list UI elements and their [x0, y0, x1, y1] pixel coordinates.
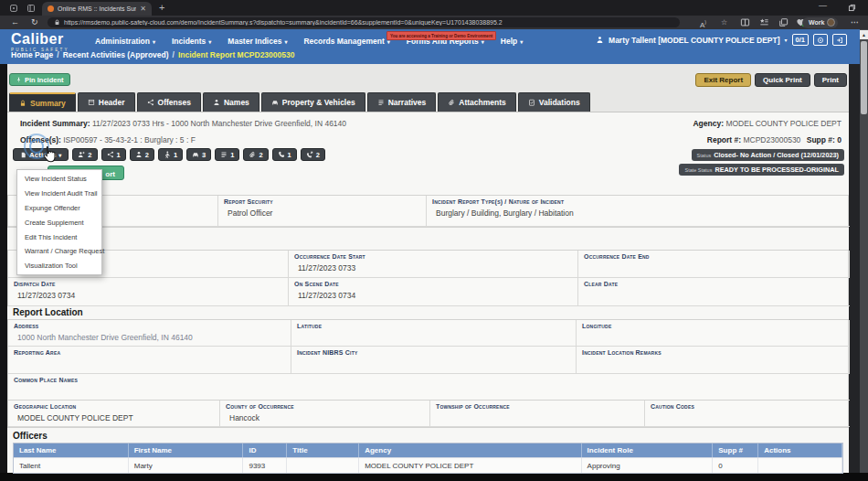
tab-actions-icon[interactable] — [26, 4, 36, 13]
profile-avatar — [827, 18, 835, 27]
back-icon[interactable]: ← — [11, 17, 19, 27]
breadcrumb-home[interactable]: Home Page — [11, 50, 53, 59]
nav-item-administration[interactable]: Administration▾ — [87, 34, 164, 48]
circle-button[interactable] — [813, 34, 828, 46]
geographic-fields: Geographic Location MODEL COUNTY POLICE … — [7, 400, 849, 428]
supp-number-label: Supp #: — [807, 135, 835, 144]
column-header-title[interactable]: Title — [287, 444, 359, 457]
window-restore-button[interactable] — [848, 4, 856, 12]
tab-close-icon[interactable]: ✕ — [140, 5, 146, 13]
video-bottom-bar — [0, 473, 868, 481]
workspaces-icon[interactable] — [9, 4, 18, 13]
location-fields: Address 1000 North Manchester Drive Gree… — [7, 319, 849, 401]
count-chip-vehicle[interactable]: 3 — [186, 148, 211, 161]
tab-header[interactable]: Header — [78, 92, 135, 112]
tab-names[interactable]: Names — [203, 92, 259, 112]
nav-item-records-management[interactable]: Records Management▾ — [295, 34, 397, 48]
quick-print-button[interactable]: Quick Print — [755, 73, 810, 87]
tab-property-vehicles[interactable]: Property & Vehicles — [261, 92, 365, 112]
column-header-last-name[interactable]: Last Name — [14, 444, 129, 457]
status-value: Closed- No Action / Closed (12/01/2023) — [714, 151, 839, 159]
browser-tab-title: Online RMS :: Incidents Summary — [58, 5, 136, 12]
tab-attachments[interactable]: Attachments — [438, 92, 515, 112]
breadcrumb-recent-activities[interactable]: Recent Activities (Approved) — [63, 50, 169, 59]
field-incident-nibrs-city: Incident NIBRS City — [291, 347, 577, 374]
tab-label: Property & Vehicles — [282, 98, 355, 107]
pin-incident-button[interactable]: Pin Incident — [9, 73, 70, 86]
count-chip-names[interactable]: 2 — [130, 148, 154, 161]
count-chip-attachment[interactable]: 2 — [243, 148, 268, 161]
column-header-incident-role[interactable]: Incident Role — [582, 444, 714, 457]
field-value: MODEL COUNTY POLICE DEPT — [14, 411, 214, 422]
menu-item-expunge-offender[interactable]: Expunge Offender — [17, 201, 101, 216]
status-badges: Status Closed- No Action / Closed (12/01… — [679, 149, 844, 176]
refresh-icon[interactable]: ↻ — [31, 17, 38, 27]
date-fields: 11/27/2023 0735 Occurrence Date Start 11… — [7, 250, 849, 306]
breadcrumb-separator: / — [57, 50, 58, 59]
incident-summary-value: 11/27/2023 0733 Hrs - 1000 North Manches… — [92, 119, 346, 128]
user-name[interactable]: Marty Tallent [MODEL COUNTY POLICE DEPT] — [609, 36, 780, 45]
count-chip-call[interactable]: 2 — [301, 148, 325, 161]
tab-narratives[interactable]: Narratives — [367, 92, 437, 112]
logout-icon — [836, 37, 843, 44]
address-bar[interactable]: https://rmsdemo.public-safety-cloud.com/… — [48, 17, 680, 27]
vehicle-icon — [271, 99, 279, 106]
user-menu-caret-icon[interactable]: ▾ — [785, 37, 788, 43]
tab-offenses[interactable]: Offenses — [137, 92, 201, 112]
column-header-agency[interactable]: Agency — [359, 444, 581, 457]
nav-item-help[interactable]: Help▾ — [492, 34, 531, 48]
favorites-bar-icon[interactable] — [759, 17, 769, 27]
read-aloud-icon[interactable]: A) — [700, 17, 706, 30]
browser-tab[interactable]: Online RMS :: Incidents Summary ✕ — [42, 2, 152, 16]
count-chip-arrest[interactable]: 1 — [158, 148, 183, 161]
nav-item-master-indices[interactable]: Master Indices▾ — [219, 34, 295, 48]
menu-item-warrant-charge-request[interactable]: Warrant / Charge Request — [17, 244, 101, 259]
notification-counter[interactable]: 0/1 — [792, 34, 809, 46]
summary-text-block: Incident Summary: 11/27/2023 0733 Hrs - … — [20, 119, 346, 152]
caliber-logo[interactable]: Caliber PUBLIC SAFETY — [11, 32, 69, 52]
user-cluster: Marty Tallent [MODEL COUNTY POLICE DEPT]… — [596, 34, 847, 46]
chevron-down-icon: ▾ — [520, 38, 523, 45]
field-label: On Scene Date — [294, 281, 572, 288]
column-header-supp[interactable]: Supp # — [713, 444, 758, 457]
menu-item-view-incident-status[interactable]: View Incident Status — [17, 172, 101, 187]
page-scrollbar[interactable]: ▲ — [860, 29, 868, 473]
count-chip-narrative[interactable]: 1 — [215, 148, 239, 161]
browser-profile-button[interactable]: Work — [802, 17, 838, 28]
browser-menu-icon[interactable]: ⋯ — [851, 17, 858, 27]
column-header-first-name[interactable]: First Name — [129, 444, 244, 457]
agency-text-block: Agency: MODEL COUNTY POLICE DEPT Report … — [693, 119, 842, 152]
print-button[interactable]: Print — [814, 73, 847, 87]
menu-item-edit-this-incident[interactable]: Edit This Incident — [17, 230, 101, 244]
count-chip-phone[interactable]: 1 — [272, 148, 297, 161]
collections-icon[interactable] — [778, 17, 789, 27]
menu-item-visualization-tool[interactable]: Visualization Tool — [17, 259, 101, 273]
new-tab-button[interactable]: + — [159, 2, 164, 13]
favorite-star-icon[interactable]: ☆ — [721, 17, 727, 27]
column-header-actions[interactable]: Actions — [758, 444, 842, 457]
tab-label: Summary — [30, 99, 66, 108]
tab-validations[interactable]: Validations — [518, 92, 590, 112]
count-chip-offender[interactable]: 2 — [72, 148, 97, 161]
split-screen-icon[interactable] — [740, 17, 750, 27]
scrollbar-up-arrow[interactable]: ▲ — [860, 30, 868, 39]
page-toolbar-area: Pin Incident Exit Report Quick Print Pri… — [7, 64, 849, 112]
screen: Online RMS :: Incidents Summary ✕ + — ← … — [0, 0, 868, 481]
table-cell: 0 — [713, 458, 758, 473]
nav-item-incidents[interactable]: Incidents▾ — [164, 34, 219, 48]
field-label: Latitude — [297, 323, 570, 330]
count-chip-offense[interactable]: 1 — [101, 148, 126, 161]
count-value: 1 — [117, 151, 121, 159]
exit-report-button[interactable]: Exit Report — [695, 73, 751, 87]
logout-button[interactable] — [832, 34, 847, 46]
video-left-edge — [0, 64, 7, 473]
window-minimize-button[interactable]: — — [819, 1, 827, 10]
lock-icon — [19, 100, 26, 107]
scrollbar-thumb[interactable] — [861, 41, 867, 114]
incident-summary-panel: Incident Summary: 11/27/2023 0733 Hrs - … — [7, 112, 849, 473]
tab-summary[interactable]: Summary — [9, 92, 76, 112]
nav-item-label: Master Indices — [228, 37, 281, 46]
menu-item-create-supplement[interactable]: Create Supplement — [17, 215, 101, 230]
column-header-id[interactable]: ID — [243, 444, 287, 457]
menu-item-view-incident-audit-trail[interactable]: View Incident Audit Trail — [17, 187, 101, 201]
